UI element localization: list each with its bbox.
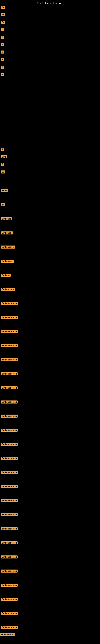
label-badge-b40: Bottleneck resu bbox=[1, 541, 18, 544]
label-badge-b26: Bottleneck resu bbox=[1, 344, 18, 347]
label-badge-b37: Bottleneck resu bbox=[1, 499, 18, 502]
label-badge-b35: Bottleneck resu bbox=[1, 471, 18, 474]
label-badge-b24: Bottleneck resu bbox=[1, 316, 18, 319]
label-badge-b8: B bbox=[1, 58, 4, 61]
label-badge-b21: Bottlene bbox=[1, 274, 11, 277]
label-badge-b7: B bbox=[1, 50, 4, 54]
label-badge-b25: Bottleneck resu bbox=[1, 330, 18, 333]
label-badge-b42: Bottleneck resu bbox=[1, 570, 18, 572]
label-badge-b1: Bo bbox=[1, 6, 5, 9]
label-badge-b2: Bo bbox=[1, 13, 5, 16]
label-badge-b30: Bottleneck resu bbox=[1, 400, 18, 404]
label-badge-b4: E bbox=[1, 28, 4, 31]
label-badge-b33: Bottleneck resu bbox=[1, 443, 18, 446]
label-badge-b44: Bottleneck resu bbox=[1, 598, 18, 601]
label-badge-b20: Bottleneck r bbox=[1, 260, 14, 263]
label-badge-b3: B4 bbox=[1, 21, 5, 24]
label-badge-b22: Bottleneck re bbox=[1, 288, 15, 291]
label-badge-b43: Bottleneck resu bbox=[1, 584, 18, 587]
site-title: TheBottlenecker.com bbox=[37, 2, 63, 5]
label-badge-b28: Bottleneck resu bbox=[1, 372, 18, 375]
label-badge-b13: E bbox=[1, 163, 4, 166]
label-badge-b46: Bottleneck resu bbox=[1, 626, 18, 629]
label-badge-b23: Bottleneck resu bbox=[1, 302, 18, 305]
label-badge-b5: B bbox=[1, 36, 4, 39]
label-badge-b45: Bottleneck resu bbox=[1, 612, 18, 615]
label-badge-b34: Bottleneck resu bbox=[1, 457, 18, 460]
label-badge-b29: Bottleneck resu bbox=[1, 386, 18, 390]
label-badge-b38: Bottleneck resu bbox=[1, 513, 18, 516]
label-badge-b6: E bbox=[1, 43, 4, 46]
label-badge-b31: Bottleneck resu bbox=[1, 414, 18, 418]
label-badge-b19: Bottleneck re bbox=[1, 246, 15, 248]
label-badge-b9: E bbox=[1, 66, 4, 69]
label-badge-b47: Bottleneck res bbox=[0, 633, 15, 636]
label-badge-b15: Bottle bbox=[1, 189, 8, 192]
label-badge-b39: Bottleneck resu bbox=[1, 527, 18, 530]
label-badge-b36: Bottleneck resu bbox=[1, 485, 18, 488]
label-badge-b27: Bottleneck resu bbox=[1, 358, 18, 361]
label-badge-b32: Bottleneck resu bbox=[1, 429, 18, 432]
label-badge-b41: Bottleneck resu bbox=[1, 556, 18, 558]
label-badge-b16: B4 bbox=[1, 203, 5, 206]
label-badge-b18: Bottleneck bbox=[1, 232, 13, 234]
label-badge-b14: Bo bbox=[1, 170, 5, 174]
label-badge-b11: E bbox=[1, 148, 4, 151]
label-badge-b10: E bbox=[1, 73, 4, 76]
label-badge-b12: Bottl bbox=[1, 155, 7, 158]
label-badge-b17: Bottlenec bbox=[1, 217, 12, 220]
